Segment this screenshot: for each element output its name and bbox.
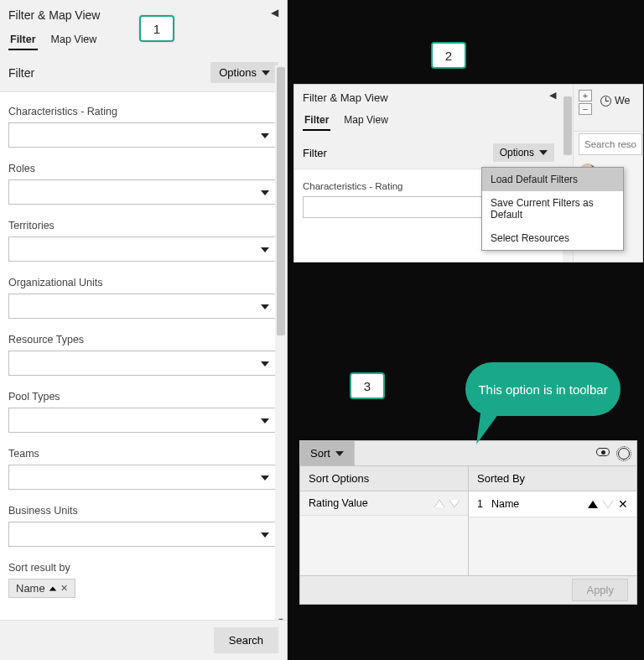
sort-asc-outline-icon[interactable] bbox=[434, 500, 444, 507]
field-label: Pool Types bbox=[8, 391, 278, 403]
combo-pool-types[interactable] bbox=[8, 408, 278, 433]
col-header-sort-options: Sort Options bbox=[300, 466, 468, 491]
row-rating-value[interactable]: Rating Value bbox=[300, 491, 468, 516]
panel2-title: Filter & Map View bbox=[303, 90, 554, 111]
sort-chip-label: Name bbox=[16, 582, 45, 595]
collapse-icon[interactable]: ◀ bbox=[549, 90, 556, 101]
combo-roles[interactable] bbox=[8, 179, 278, 205]
remove-chip-icon[interactable]: ✕ bbox=[60, 583, 68, 594]
gear-icon[interactable] bbox=[618, 448, 630, 460]
field-territories: Territories bbox=[8, 220, 278, 262]
panel2-tabs: Filter Map View bbox=[303, 111, 554, 131]
sort-panel: Sort Sort Options Rating Value Sorted By… bbox=[299, 440, 637, 605]
scroll-thumb[interactable] bbox=[564, 96, 572, 155]
options-button-label: Options bbox=[219, 66, 257, 79]
tab-filter[interactable]: Filter bbox=[303, 111, 330, 131]
sort-asc-icon[interactable] bbox=[588, 501, 598, 508]
step-label-1: 1 bbox=[139, 15, 174, 42]
resource-search bbox=[579, 133, 642, 155]
panel2-right-header: + − We bbox=[574, 85, 642, 132]
field-label: Resource Types bbox=[8, 334, 278, 346]
filter-panel-options-flyout: Filter & Map View ◀ Filter Map View Filt… bbox=[293, 84, 643, 262]
row-sorted-name[interactable]: 1 Name ✕ bbox=[469, 491, 636, 517]
field-label: Business Units bbox=[8, 505, 278, 517]
chevron-down-icon bbox=[335, 451, 344, 456]
clock-icon bbox=[600, 96, 611, 107]
chevron-down-icon bbox=[261, 418, 269, 424]
remove-icon[interactable]: ✕ bbox=[618, 497, 628, 511]
field-org-units: Organizational Units bbox=[8, 277, 278, 319]
sort-button[interactable]: Sort bbox=[300, 441, 355, 465]
sort-columns: Sort Options Rating Value Sorted By 1 Na… bbox=[300, 466, 636, 575]
collapse-icon[interactable]: ◀ bbox=[271, 7, 278, 18]
sort-button-label: Sort bbox=[310, 447, 330, 460]
toolbar-icons bbox=[596, 448, 630, 460]
filter-map-panel: Filter & Map View ◀ Filter Map View Filt… bbox=[0, 0, 288, 660]
scroll-thumb[interactable] bbox=[277, 67, 285, 335]
chevron-down-icon bbox=[539, 150, 548, 155]
menu-item-select-resources[interactable]: Select Resources bbox=[482, 226, 623, 250]
field-label: Territories bbox=[8, 220, 278, 231]
filter-heading-row: Filter Options bbox=[0, 54, 287, 92]
panel2-header: Filter & Map View ◀ Filter Map View bbox=[294, 85, 563, 137]
field-label: Teams bbox=[8, 448, 278, 460]
options-button-label: Options bbox=[500, 147, 534, 159]
col-header-sorted-by: Sorted By bbox=[469, 466, 636, 491]
step-label-2: 2 bbox=[431, 42, 466, 69]
col-sorted-by: Sorted By 1 Name ✕ bbox=[469, 466, 636, 575]
step-label-3: 3 bbox=[350, 372, 385, 399]
filter-body: Characteristics - Rating Roles Territori… bbox=[0, 92, 287, 619]
field-roles: Roles bbox=[8, 163, 278, 205]
sort-toolbar: Sort bbox=[300, 441, 636, 466]
chevron-down-icon bbox=[261, 361, 269, 366]
options-button[interactable]: Options bbox=[210, 62, 278, 83]
field-resource-types: Resource Types bbox=[8, 334, 278, 376]
sorted-name: Name bbox=[491, 498, 519, 510]
field-label: Roles bbox=[8, 163, 278, 174]
callout-bubble: This option is in toolbar bbox=[465, 362, 621, 416]
panel-footer: Search bbox=[0, 620, 287, 660]
options-menu: Load Default Filters Save Current Filter… bbox=[481, 167, 624, 251]
panel2-filter-row: Filter Options bbox=[294, 137, 563, 169]
field-label: Sort result by bbox=[8, 562, 278, 574]
sorted-index: 1 bbox=[477, 498, 483, 510]
row-label: Rating Value bbox=[309, 497, 368, 509]
sort-desc-outline-icon[interactable] bbox=[449, 500, 460, 507]
options-button[interactable]: Options bbox=[493, 143, 554, 162]
col-sort-options: Sort Options Rating Value bbox=[300, 466, 469, 575]
search-input[interactable] bbox=[579, 133, 642, 155]
tab-map-view[interactable]: Map View bbox=[342, 111, 389, 131]
field-business-units: Business Units bbox=[8, 505, 278, 547]
combo-characteristics-rating[interactable] bbox=[8, 122, 278, 148]
chevron-down-icon bbox=[261, 133, 269, 138]
field-pool-types: Pool Types bbox=[8, 391, 278, 433]
combo-teams[interactable] bbox=[8, 465, 278, 490]
zoom-controls: + − bbox=[579, 90, 592, 117]
zoom-in-button[interactable]: + bbox=[579, 90, 592, 101]
week-indicator: We bbox=[600, 95, 631, 107]
zoom-out-button[interactable]: − bbox=[579, 103, 592, 115]
menu-item-load-default-filters[interactable]: Load Default Filters bbox=[482, 168, 623, 191]
tab-filter[interactable]: Filter bbox=[8, 30, 38, 50]
field-label: Organizational Units bbox=[8, 277, 278, 288]
apply-button[interactable]: Apply bbox=[572, 579, 628, 601]
combo-business-units[interactable] bbox=[8, 522, 278, 547]
scrollbar[interactable]: ▲ ▼ bbox=[275, 65, 287, 628]
menu-item-save-filters-default[interactable]: Save Current Filters as Default bbox=[482, 191, 623, 226]
field-characteristics-rating: Characteristics - Rating bbox=[8, 106, 278, 148]
combo-resource-types[interactable] bbox=[8, 351, 278, 376]
combo-org-units[interactable] bbox=[8, 294, 278, 319]
tab-map-view[interactable]: Map View bbox=[49, 30, 99, 50]
filter-heading: Filter bbox=[303, 147, 327, 159]
eye-icon[interactable] bbox=[596, 448, 610, 456]
sort-desc-outline-icon[interactable] bbox=[603, 501, 613, 508]
field-label: Characteristics - Rating bbox=[8, 106, 278, 117]
chevron-down-icon bbox=[262, 70, 270, 75]
chevron-down-icon bbox=[261, 476, 269, 481]
sort-chip-name[interactable]: Name ✕ bbox=[8, 579, 75, 598]
field-teams: Teams bbox=[8, 448, 278, 490]
field-sort-result-by: Sort result by Name ✕ bbox=[8, 562, 278, 598]
search-button[interactable]: Search bbox=[214, 627, 278, 653]
sort-asc-icon bbox=[49, 586, 56, 590]
combo-territories[interactable] bbox=[8, 236, 278, 262]
